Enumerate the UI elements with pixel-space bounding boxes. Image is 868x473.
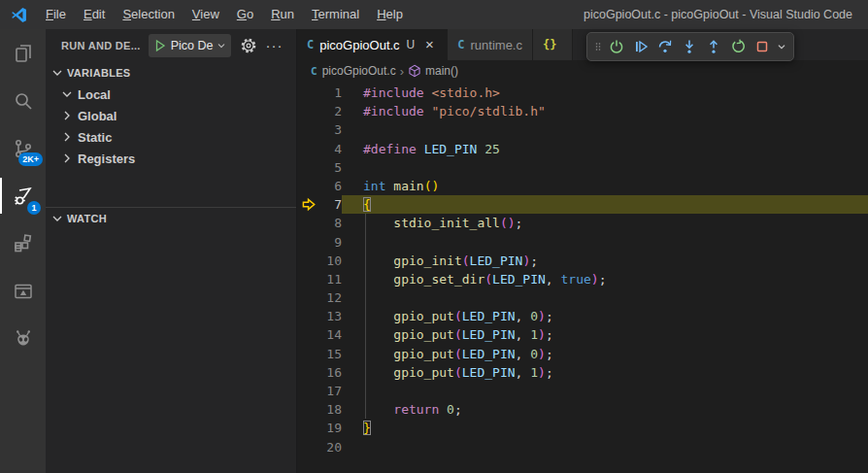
menu-bar: File Edit Selection View Go Run Terminal… bbox=[37, 0, 412, 29]
sidebar-item-extensions[interactable] bbox=[0, 220, 46, 267]
code-line[interactable]: 20 bbox=[297, 438, 868, 456]
gutter[interactable] bbox=[302, 309, 317, 324]
gutter[interactable] bbox=[302, 421, 317, 436]
tab-json[interactable]: {} bbox=[533, 29, 573, 60]
menu-help[interactable]: Help bbox=[368, 0, 412, 29]
tab-label: runtime.c bbox=[471, 38, 522, 52]
stop-button[interactable] bbox=[751, 35, 774, 58]
code-line[interactable]: 12 bbox=[297, 288, 868, 307]
git-status-badge: U bbox=[407, 38, 416, 51]
more-actions-button[interactable]: ··· bbox=[266, 41, 284, 51]
sidebar-item-run-and-debug[interactable]: 1 bbox=[0, 172, 46, 220]
sidebar-item-pico-extension[interactable] bbox=[0, 315, 46, 362]
code-line[interactable]: 13 gpio_put(LED_PIN, 0); bbox=[297, 307, 868, 325]
code-text: #include <stdio.h> bbox=[342, 84, 868, 102]
code-line[interactable]: 16 gpio_put(LED_PIN, 1); bbox=[297, 363, 868, 382]
variables-section-header[interactable]: VARIABLES bbox=[46, 62, 296, 84]
code-line[interactable]: 3 bbox=[297, 120, 868, 139]
gutter[interactable] bbox=[302, 440, 317, 456]
start-debug-icon[interactable] bbox=[152, 38, 168, 53]
scm-badge: 2K+ bbox=[18, 152, 43, 166]
code-line[interactable]: 8 stdio_init_all(); bbox=[297, 214, 868, 232]
code-line[interactable]: 1#include <stdio.h> bbox=[297, 84, 868, 102]
code-line[interactable]: 17 bbox=[297, 382, 868, 400]
gutter[interactable] bbox=[302, 327, 317, 343]
code-line[interactable]: 7{ bbox=[297, 195, 868, 214]
sidebar-item-source-control[interactable]: 2K+ bbox=[0, 124, 46, 172]
menu-file[interactable]: File bbox=[37, 0, 75, 29]
sidebar-item-monitor[interactable] bbox=[0, 267, 46, 315]
gutter[interactable] bbox=[302, 197, 317, 213]
tab-picogpioout[interactable]: C picoGpioOut.c U × bbox=[297, 29, 448, 60]
gutter[interactable] bbox=[302, 179, 317, 194]
gutter[interactable] bbox=[302, 216, 317, 231]
gutter[interactable] bbox=[302, 253, 317, 269]
variables-scope-static[interactable]: Static bbox=[46, 126, 296, 148]
gutter[interactable] bbox=[302, 235, 317, 251]
breadcrumb-file[interactable]: picoGpioOut.c bbox=[322, 64, 396, 78]
close-icon[interactable]: × bbox=[421, 38, 437, 51]
variables-scope-local[interactable]: Local bbox=[46, 84, 296, 105]
menu-view[interactable]: View bbox=[184, 0, 228, 29]
debug-settings-button[interactable] bbox=[241, 38, 256, 53]
gutter[interactable] bbox=[302, 347, 317, 362]
chevron-right-icon bbox=[59, 151, 75, 166]
chevron-right-icon bbox=[59, 108, 75, 123]
gutter[interactable] bbox=[302, 104, 317, 119]
gutter[interactable] bbox=[302, 160, 317, 176]
step-out-button[interactable] bbox=[702, 35, 725, 58]
code-line[interactable]: 11 gpio_set_dir(LED_PIN, true); bbox=[297, 270, 868, 288]
step-into-button[interactable] bbox=[678, 35, 701, 58]
chevron-down-icon bbox=[216, 40, 227, 51]
restart-button[interactable] bbox=[726, 35, 750, 58]
sidebar-item-explorer[interactable] bbox=[0, 29, 46, 77]
continue-button[interactable] bbox=[629, 35, 652, 58]
code-area[interactable]: 1#include <stdio.h>2#include "pico/stdli… bbox=[297, 82, 868, 456]
menu-run[interactable]: Run bbox=[262, 0, 303, 29]
scope-label: Static bbox=[78, 130, 112, 145]
variables-scope-registers[interactable]: Registers bbox=[46, 148, 296, 169]
launch-config-dropdown[interactable]: Pico De bbox=[149, 34, 231, 57]
variables-scope-global[interactable]: Global bbox=[46, 105, 296, 126]
gutter[interactable] bbox=[302, 290, 317, 306]
gutter[interactable] bbox=[302, 122, 317, 138]
gutter[interactable] bbox=[302, 142, 317, 157]
code-line[interactable]: 6int main() bbox=[297, 177, 868, 195]
code-line[interactable]: 19} bbox=[297, 419, 868, 437]
code-line[interactable]: 18 return 0; bbox=[297, 400, 868, 419]
code-line[interactable]: 4#define LED_PIN 25 bbox=[297, 140, 868, 158]
debug-toolbar bbox=[586, 32, 794, 61]
code-text: gpio_put(LED_PIN, 1); bbox=[342, 325, 868, 344]
code-text bbox=[342, 382, 868, 400]
code-line[interactable]: 5 bbox=[297, 158, 868, 177]
code-text bbox=[342, 158, 868, 177]
gutter[interactable] bbox=[302, 365, 317, 381]
menu-go[interactable]: Go bbox=[228, 0, 262, 29]
gutter[interactable] bbox=[302, 384, 317, 399]
sidebar-item-search[interactable] bbox=[0, 77, 46, 124]
breadcrumb-symbol[interactable]: main() bbox=[425, 64, 458, 78]
gutter[interactable] bbox=[302, 272, 317, 287]
extensions-icon bbox=[12, 232, 35, 255]
tab-label: picoGpioOut.c bbox=[319, 38, 399, 52]
chevron-down-icon bbox=[50, 65, 65, 81]
gutter[interactable] bbox=[302, 402, 317, 418]
code-line[interactable]: 9 bbox=[297, 233, 868, 252]
step-over-button[interactable] bbox=[653, 35, 677, 58]
debug-actions-dropdown[interactable] bbox=[775, 35, 788, 58]
code-line[interactable]: 10 gpio_init(LED_PIN); bbox=[297, 252, 868, 270]
toolbar-drag-handle[interactable] bbox=[592, 35, 604, 58]
menu-selection[interactable]: Selection bbox=[114, 0, 183, 29]
menu-terminal[interactable]: Terminal bbox=[303, 0, 368, 29]
launch-config-label: Pico De bbox=[171, 39, 214, 52]
gutter[interactable] bbox=[302, 85, 317, 101]
watch-section-header[interactable]: WATCH bbox=[46, 208, 296, 229]
code-line[interactable]: 15 gpio_put(LED_PIN, 0); bbox=[297, 345, 868, 363]
menu-edit[interactable]: Edit bbox=[75, 0, 114, 29]
code-line[interactable]: 14 gpio_put(LED_PIN, 1); bbox=[297, 325, 868, 344]
c-file-icon: C bbox=[307, 38, 314, 51]
debug-restart-icon bbox=[730, 39, 746, 54]
power-button[interactable] bbox=[605, 35, 628, 58]
tab-runtime[interactable]: C runtime.c bbox=[448, 29, 533, 60]
code-line[interactable]: 2#include "pico/stdlib.h" bbox=[297, 102, 868, 120]
